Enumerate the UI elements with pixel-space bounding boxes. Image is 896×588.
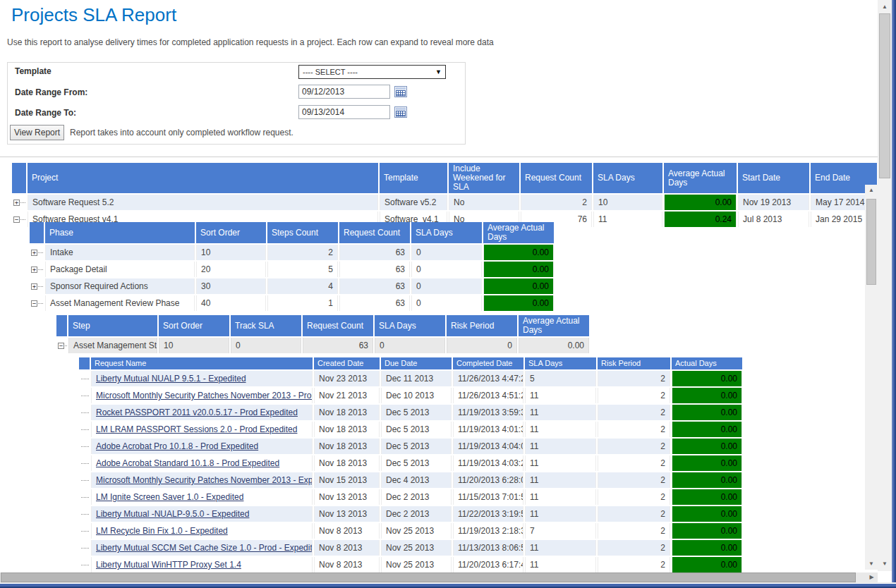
actual-days-cell: 0.00 <box>672 388 742 403</box>
request-row: Microsoft Monthly Security Patches Novem… <box>79 472 742 488</box>
inner-vertical-scrollbar-thumb[interactable] <box>866 199 876 285</box>
template-select[interactable]: ---- SELECT ---- ▼ <box>298 65 446 79</box>
page-vertical-scrollbar[interactable]: ▲ ▼ <box>878 0 892 571</box>
steps-count-cell: 1 <box>267 295 338 311</box>
scroll-up-icon[interactable]: ▲ <box>878 1 892 13</box>
col-sort-order: Sort Order <box>196 222 266 243</box>
report-region: Project Template Include Weekened for SL… <box>0 157 878 572</box>
col-sla-days: SLA Days <box>411 222 482 243</box>
calendar-icon[interactable] <box>394 106 407 118</box>
phase-row: + Intake 10 2 63 0 0.00 <box>30 245 554 260</box>
avg-actual-days-cell: 0.00 <box>483 245 554 260</box>
expander-icon[interactable]: − <box>31 300 37 307</box>
request-row: Liberty Mutual SCCM Set Cache Size 1.0 -… <box>79 540 742 556</box>
tree-branch-icon <box>38 252 44 253</box>
request-count-cell: 63 <box>339 262 410 277</box>
request-name-cell: Liberty Mutual -NUALP-9.5.0 - Expedited <box>91 506 313 522</box>
risk-period-cell: 0 <box>447 338 517 353</box>
tree-branch-icon <box>20 202 26 203</box>
col-request-count: Request Count <box>521 163 592 193</box>
created-date-cell: Nov 8 2013 <box>314 540 380 556</box>
request-link[interactable]: LM Recycle Bin Fix 1.0 - Expedited <box>96 526 228 536</box>
tree-branch-icon <box>81 463 89 464</box>
sla-days-cell: 11 <box>525 455 596 471</box>
actual-days-cell: 0.00 <box>672 523 742 539</box>
request-count-cell: 2 <box>521 195 592 210</box>
date-from-label: Date Range From: <box>15 87 87 97</box>
horizontal-scrollbar[interactable]: ▶ <box>0 572 878 582</box>
scroll-up-icon[interactable]: ▲ <box>865 185 878 196</box>
request-link[interactable]: Liberty Mutual -NUALP-9.5.0 - Expedited <box>96 509 249 519</box>
sla-days-cell: 11 <box>525 388 596 403</box>
expander-icon[interactable]: + <box>31 250 37 256</box>
template-label: Template <box>15 66 52 76</box>
page-title: Projects SLA Report <box>11 4 176 26</box>
request-link[interactable]: LM LRAM PASSPORT Sessions 2.0 - Prod Exp… <box>96 424 297 434</box>
scroll-down-icon[interactable]: ▼ <box>865 558 878 570</box>
request-link[interactable]: Microsoft Monthly Security Patches Novem… <box>96 475 313 485</box>
created-date-cell: Nov 23 2013 <box>314 371 380 386</box>
completed-date-cell: 11/20/2013 6:28:0... <box>453 472 523 488</box>
chevron-down-icon[interactable]: ▼ <box>435 68 442 75</box>
date-to-input[interactable] <box>298 105 390 119</box>
completed-date-cell: 11/19/2013 4:03:2... <box>453 455 523 471</box>
sla-days-cell: 11 <box>525 540 596 556</box>
request-link[interactable]: Adobe Acrobat Standard 10.1.8 - Prod Exp… <box>96 458 279 468</box>
request-row: Adobe Acrobat Standard 10.1.8 - Prod Exp… <box>79 455 742 471</box>
tree-branch-icon <box>81 396 89 396</box>
phase-row: + Sponsor Required Actions 30 4 63 0 0.0… <box>30 278 554 294</box>
created-date-cell: Nov 8 2013 <box>314 557 380 572</box>
request-link[interactable]: LM Ignite Screen Saver 1.0 - Expedited <box>96 492 243 502</box>
start-date-cell: Jul 8 2013 <box>738 212 809 227</box>
request-row: LM LRAM PASSPORT Sessions 2.0 - Prod Exp… <box>79 422 742 437</box>
tree-branch-icon <box>81 565 89 565</box>
request-link[interactable]: Liberty Mutual SCCM Set Cache Size 1.0 -… <box>96 543 313 553</box>
request-link[interactable]: Liberty Mutual NUALP 9.5.1 - Expedited <box>96 374 246 384</box>
template-cell: Software v5.2 <box>380 195 447 210</box>
risk-period-cell: 2 <box>598 472 670 488</box>
request-name-cell: Liberty Mutual NUALP 9.5.1 - Expedited <box>91 371 313 386</box>
request-name-cell: Adobe Acrobat Pro 10.1.8 - Prod Expedite… <box>91 439 313 454</box>
horizontal-scrollbar-thumb[interactable] <box>1 572 856 582</box>
request-link[interactable]: Rocket PASSPORT 2011 v20.0.5.17 - Prod E… <box>96 408 298 417</box>
col-phase: Phase <box>45 222 195 243</box>
expander-icon[interactable]: + <box>31 267 37 273</box>
tree-branch-icon <box>81 514 89 515</box>
inner-vertical-scrollbar[interactable]: ▲ ▼ <box>865 185 878 570</box>
due-date-cell: Dec 5 2013 <box>381 439 452 454</box>
phases-header-row: Phase Sort Order Steps Count Request Cou… <box>30 222 554 243</box>
expander-icon[interactable]: − <box>58 343 64 349</box>
page-vertical-scrollbar-thumb[interactable] <box>879 13 890 178</box>
scroll-right-icon[interactable]: ▶ <box>866 572 878 582</box>
view-report-button[interactable]: View Report <box>10 125 64 140</box>
completed-date-cell: 11/22/2013 3:19:5... <box>453 506 523 522</box>
project-cell: Software Request 5.2 <box>28 195 378 210</box>
expander-icon[interactable]: − <box>13 216 20 223</box>
request-row: LM Recycle Bin Fix 1.0 - Expedited Nov 8… <box>79 523 742 539</box>
project-row: + Software Request 5.2 Software v5.2 No … <box>12 195 877 210</box>
col-track-sla: Track SLA <box>231 315 301 336</box>
request-row: Adobe Acrobat Pro 10.1.8 - Prod Expedite… <box>79 439 742 454</box>
request-row: Microsoft Monthly Security Patches Novem… <box>79 388 742 403</box>
due-date-cell: Dec 5 2013 <box>381 405 452 420</box>
risk-period-cell: 2 <box>598 523 670 539</box>
request-link[interactable]: Adobe Acrobat Pro 10.1.8 - Prod Expedite… <box>96 441 258 451</box>
created-date-cell: Nov 18 2013 <box>314 439 380 454</box>
col-template: Template <box>380 163 447 193</box>
calendar-icon[interactable] <box>394 85 407 97</box>
expander-icon[interactable]: + <box>31 283 37 290</box>
request-link[interactable]: Microsoft Monthly Security Patches Novem… <box>96 391 313 400</box>
due-date-cell: Dec 4 2013 <box>381 472 452 488</box>
expander-icon[interactable]: + <box>13 200 20 206</box>
col-actual-days: Actual Days <box>672 357 742 369</box>
request-link[interactable]: Liberty Mutual WinHTTP Proxy Set 1.4 <box>96 560 241 570</box>
due-date-cell: Nov 25 2013 <box>381 523 452 539</box>
scroll-down-icon[interactable]: ▼ <box>878 558 892 570</box>
actual-days-cell: 0.00 <box>672 557 742 572</box>
date-from-input[interactable] <box>298 85 390 99</box>
avg-actual-days-cell: 0.00 <box>483 295 554 311</box>
request-count-cell: 63 <box>303 338 373 353</box>
avg-actual-days-cell: 0.24 <box>664 212 737 227</box>
steps-count-cell: 5 <box>267 262 338 277</box>
completed-date-cell: 11/15/2013 7:01:5... <box>453 489 523 505</box>
